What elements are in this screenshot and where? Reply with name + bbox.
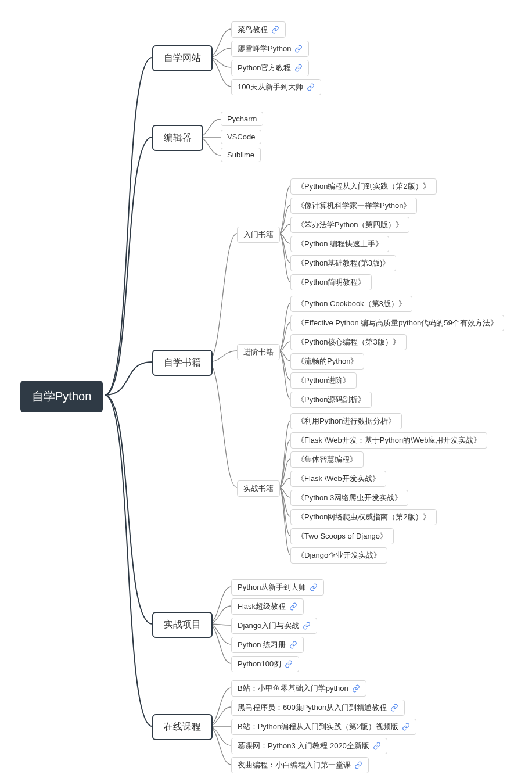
leaf-books_practice-4[interactable]: 《Python 3网络爬虫开发实战》 <box>290 490 408 506</box>
leaf-label: B站：Python编程从入门到实践（第2版）视频版 <box>238 722 398 732</box>
leaf-courses-0[interactable]: B站：小甲鱼零基础入门学python <box>231 680 366 697</box>
leaf-label: 《集体智慧编程》 <box>297 454 357 465</box>
leaf-projects-1[interactable]: Flask超级教程 <box>231 598 304 615</box>
leaf-label: Sublime <box>227 150 254 159</box>
leaf-books_intro-2[interactable]: 《笨办法学Python（第四版）》 <box>290 217 409 233</box>
leaf-courses-2[interactable]: B站：Python编程从入门到实践（第2版）视频版 <box>231 719 416 735</box>
leaf-projects-4[interactable]: Python100例 <box>231 656 299 672</box>
link-icon <box>307 83 315 91</box>
leaf-books_practice-7[interactable]: 《Django企业开发实战》 <box>290 547 387 564</box>
branch-projects[interactable]: 实战项目 <box>152 612 213 638</box>
leaf-books_adv-3[interactable]: 《流畅的Python》 <box>290 353 364 370</box>
leaf-label: Python 练习册 <box>238 640 286 650</box>
branch-label: 自学网站 <box>164 53 201 63</box>
leaf-label: 《Python编程从入门到实践（第2版）》 <box>297 181 430 192</box>
branch-courses[interactable]: 在线课程 <box>152 714 213 740</box>
link-icon <box>390 704 398 712</box>
leaf-projects-0[interactable]: Python从新手到大师 <box>231 579 324 596</box>
subbranch-label: 进阶书籍 <box>243 347 274 356</box>
root-label: 自学Python <box>32 390 91 403</box>
link-icon <box>310 583 318 591</box>
leaf-label: 《Flask \Web开发：基于Python的\Web应用开发实战》 <box>297 435 481 446</box>
leaf-label: 《笨办法学Python（第四版）》 <box>297 220 403 230</box>
leaf-label: Python官方教程 <box>238 63 291 73</box>
leaf-label: B站：小甲鱼零基础入门学python <box>238 683 348 694</box>
leaf-label: 《Python核心编程（第3版）》 <box>297 337 400 347</box>
leaf-label: 100天从新手到大师 <box>238 82 303 92</box>
link-icon <box>402 723 410 731</box>
leaf-label: 《Python 3网络爬虫开发实战》 <box>297 493 402 503</box>
leaf-label: 菜鸟教程 <box>238 24 268 35</box>
link-icon <box>303 622 311 630</box>
branch-label: 自学书籍 <box>164 357 201 367</box>
leaf-projects-3[interactable]: Python 练习册 <box>231 637 304 653</box>
leaf-label: 夜曲编程：小白编程入门第一堂课 <box>238 760 351 770</box>
link-icon <box>289 602 297 611</box>
link-icon <box>294 64 303 72</box>
leaf-label: Python从新手到大师 <box>238 582 306 593</box>
leaf-courses-1[interactable]: 黑马程序员：600集Python从入门到精通教程 <box>231 700 405 716</box>
leaf-label: 《Python网络爬虫权威指南（第2版）》 <box>297 512 430 522</box>
leaf-books_intro-1[interactable]: 《像计算机科学家一样学Python》 <box>290 198 417 214</box>
leaf-books_adv-1[interactable]: 《Effective Python 编写高质量python代码的59个有效方法》 <box>290 315 504 331</box>
leaf-editors-0[interactable]: Pycharm <box>221 112 263 126</box>
subbranch-books-practice[interactable]: 实战书籍 <box>237 480 280 497</box>
branch-label: 实战项目 <box>164 619 201 629</box>
link-icon <box>289 641 297 649</box>
link-icon <box>373 742 381 750</box>
link-icon <box>352 684 360 693</box>
leaf-label: 《Python 编程快速上手》 <box>297 239 383 249</box>
leaf-books_adv-2[interactable]: 《Python核心编程（第3版）》 <box>290 334 407 350</box>
branch-books[interactable]: 自学书籍 <box>152 350 213 376</box>
link-icon <box>271 26 279 34</box>
leaf-websites-2[interactable]: Python官方教程 <box>231 60 309 76</box>
leaf-label: 《流畅的Python》 <box>297 356 358 367</box>
leaf-books_intro-3[interactable]: 《Python 编程快速上手》 <box>290 236 389 252</box>
leaf-label: 《Django企业开发实战》 <box>297 550 381 561</box>
leaf-label: VSCode <box>227 132 255 141</box>
leaf-label: 《Effective Python 编写高质量python代码的59个有效方法》 <box>297 318 498 328</box>
leaf-books_practice-5[interactable]: 《Python网络爬虫权威指南（第2版）》 <box>290 509 437 525</box>
subbranch-label: 实战书籍 <box>243 484 274 493</box>
branch-label: 在线课程 <box>164 722 201 731</box>
leaf-courses-4[interactable]: 夜曲编程：小白编程入门第一堂课 <box>231 757 369 773</box>
subbranch-books-adv[interactable]: 进阶书籍 <box>237 344 280 360</box>
link-icon <box>285 660 293 668</box>
leaf-label: 廖雪峰学Python <box>238 44 291 54</box>
leaf-label: 《Python简明教程》 <box>297 277 365 288</box>
leaf-label: 黑马程序员：600集Python从入门到精通教程 <box>238 702 387 713</box>
leaf-books_practice-6[interactable]: 《Two Scoops of Django》 <box>290 528 394 544</box>
leaf-books_practice-2[interactable]: 《集体智慧编程》 <box>290 451 364 468</box>
leaf-label: 《Python源码剖析》 <box>297 394 365 405</box>
branch-label: 编辑器 <box>164 132 192 142</box>
leaf-websites-1[interactable]: 廖雪峰学Python <box>231 41 309 57</box>
leaf-books_practice-3[interactable]: 《Flask \Web开发实战》 <box>290 471 386 487</box>
leaf-websites-3[interactable]: 100天从新手到大师 <box>231 79 321 95</box>
root-node[interactable]: 自学Python <box>20 381 103 412</box>
leaf-books_adv-4[interactable]: 《Python进阶》 <box>290 372 357 389</box>
leaf-label: 《Python进阶》 <box>297 375 350 386</box>
leaf-label: 《Python基础教程(第3版)》 <box>297 258 390 268</box>
leaf-label: Pycharm <box>227 114 257 123</box>
leaf-websites-0[interactable]: 菜鸟教程 <box>231 21 286 38</box>
leaf-label: 《Two Scoops of Django》 <box>297 531 387 541</box>
leaf-editors-1[interactable]: VSCode <box>221 130 261 144</box>
leaf-books_intro-0[interactable]: 《Python编程从入门到实践（第2版）》 <box>290 178 437 195</box>
leaf-books_adv-5[interactable]: 《Python源码剖析》 <box>290 392 372 408</box>
branch-websites[interactable]: 自学网站 <box>152 45 213 71</box>
leaf-editors-2[interactable]: Sublime <box>221 148 261 162</box>
subbranch-books-intro[interactable]: 入门书籍 <box>237 227 280 243</box>
leaf-label: Python100例 <box>238 659 281 669</box>
leaf-books_adv-0[interactable]: 《Python Cookbook（第3版）》 <box>290 296 412 312</box>
link-icon <box>294 45 303 53</box>
leaf-courses-3[interactable]: 慕课网：Python3 入门教程 2020全新版 <box>231 738 387 754</box>
leaf-books_practice-0[interactable]: 《利用Python进行数据分析》 <box>290 413 402 429</box>
leaf-books_intro-4[interactable]: 《Python基础教程(第3版)》 <box>290 255 396 271</box>
leaf-projects-2[interactable]: Django入门与实战 <box>231 618 317 634</box>
leaf-label: Django入门与实战 <box>238 620 299 631</box>
leaf-books_practice-1[interactable]: 《Flask \Web开发：基于Python的\Web应用开发实战》 <box>290 432 487 449</box>
leaf-label: 《Python Cookbook（第3版）》 <box>297 299 406 309</box>
leaf-label: 《Flask \Web开发实战》 <box>297 473 380 484</box>
leaf-books_intro-5[interactable]: 《Python简明教程》 <box>290 274 372 290</box>
branch-editors[interactable]: 编辑器 <box>152 125 203 151</box>
